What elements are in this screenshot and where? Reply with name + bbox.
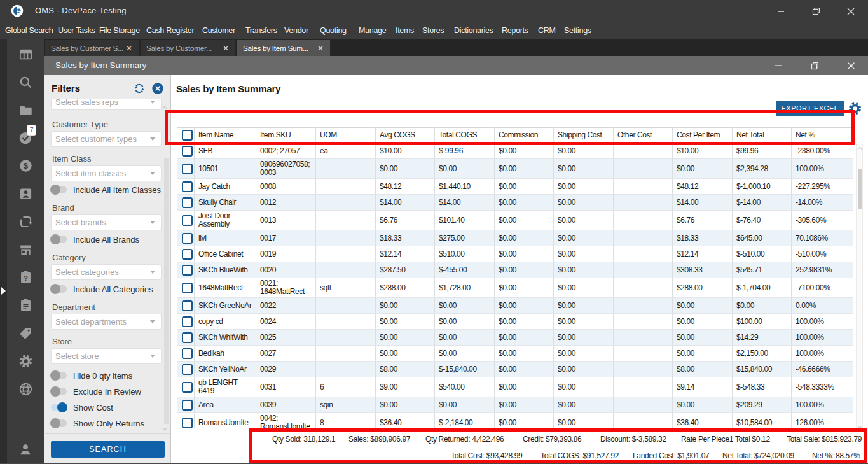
table-cell[interactable] (614, 330, 673, 346)
table-cell[interactable]: 126.00% (792, 413, 853, 428)
table-cell[interactable]: $99.96 (733, 143, 792, 159)
table-cell[interactable]: $48.12 (673, 179, 733, 195)
table-cell[interactable] (316, 179, 376, 195)
table-scrollbar[interactable] (856, 144, 863, 432)
table-cell[interactable]: -227.295% (792, 179, 853, 195)
table-cell[interactable]: sqin (316, 397, 376, 413)
sidebar-item-gear[interactable] (7, 347, 44, 375)
table-cell[interactable]: $0.00 (495, 397, 554, 413)
table-cell[interactable]: SKCh WhitWith (195, 330, 256, 346)
table-cell[interactable]: $510.00 (435, 246, 495, 262)
menu-item-customer[interactable]: Customer (202, 26, 235, 35)
table-cell[interactable] (316, 211, 376, 230)
table-cell[interactable]: $18.33 (376, 230, 435, 246)
table-cell[interactable]: 080696027058; 0003 (256, 159, 316, 179)
filter-select-select-sales-reps[interactable]: Select sales reps (51, 99, 162, 110)
filter-select-select-departments[interactable]: Select departments (51, 314, 162, 330)
table-cell[interactable]: $1,440.10 (435, 179, 495, 195)
table-cell[interactable]: Skully Chair (195, 195, 256, 211)
table-cell[interactable] (614, 179, 673, 195)
tab-close-icon[interactable]: ✕ (223, 45, 229, 52)
row-checkbox[interactable] (182, 300, 193, 311)
table-cell[interactable]: -7100.00% (792, 278, 853, 298)
table-cell[interactable]: $0.00 (554, 278, 614, 298)
table-cell[interactable]: 6 (316, 377, 376, 397)
table-cell[interactable]: $-548.33 (733, 377, 792, 397)
inner-restore-button[interactable] (801, 56, 829, 75)
table-cell[interactable] (614, 346, 673, 362)
table-cell[interactable] (614, 211, 673, 230)
row-checkbox[interactable] (182, 364, 193, 375)
table-cell[interactable]: $-1,704.00 (733, 278, 792, 298)
table-cell[interactable]: $0.00 (554, 397, 614, 413)
row-checkbox[interactable] (182, 283, 193, 293)
table-cell[interactable]: $0.00 (495, 362, 554, 377)
refresh-icon[interactable] (134, 83, 145, 94)
table-cell[interactable]: $0.00 (376, 298, 435, 314)
table-cell[interactable]: $0.00 (495, 159, 554, 179)
menu-item-stores[interactable]: Stores (422, 26, 444, 35)
table-cell[interactable]: $0.00 (376, 159, 435, 179)
toggle-include-all-brands[interactable]: Include All Brands (44, 234, 170, 244)
table-cell[interactable]: 0021; 1648MattRect (256, 278, 316, 298)
table-cell[interactable]: $-455.00 (435, 262, 495, 278)
sidebar-item-dollar[interactable]: $ (7, 152, 44, 180)
table-cell[interactable]: 0013 (256, 211, 316, 230)
sidebar-item-contact-card[interactable] (7, 180, 44, 208)
table-cell[interactable]: $8.00 (673, 362, 733, 377)
table-cell[interactable] (316, 195, 376, 211)
table-cell[interactable]: $0.00 (495, 314, 554, 330)
row-checkbox[interactable] (182, 181, 193, 192)
table-cell[interactable]: Bedikah (195, 346, 256, 362)
table-cell[interactable]: -305.60% (792, 211, 853, 230)
table-cell[interactable]: $0.00 (554, 298, 614, 314)
sidebar-item-transfer[interactable] (7, 207, 44, 236)
table-cell[interactable]: $0.00 (495, 413, 554, 428)
table-cell[interactable]: $0.00 (376, 314, 435, 330)
table-cell[interactable]: $545.71 (733, 262, 792, 278)
table-cell[interactable]: $0.00 (554, 362, 614, 377)
inner-minimize-button[interactable] (764, 56, 792, 75)
table-cell[interactable]: $0.00 (673, 298, 733, 314)
table-cell[interactable]: 0039 (256, 397, 316, 413)
table-cell[interactable]: livi (195, 230, 256, 246)
row-checkbox[interactable] (182, 316, 193, 327)
table-cell[interactable]: $0.00 (673, 397, 733, 413)
table-cell[interactable] (614, 413, 673, 428)
menu-item-reports[interactable]: Reports (502, 26, 528, 35)
filter-select-select-item-classes[interactable]: Select item classes (51, 165, 162, 181)
toggle-hide-0-qty-items[interactable]: Hide 0 qty items (44, 370, 170, 381)
table-cell[interactable]: 1648MattRect (195, 278, 256, 298)
scroll-up-icon[interactable] (162, 105, 167, 110)
table-cell[interactable]: $0.00 (495, 330, 554, 346)
table-cell[interactable]: sqft (316, 278, 376, 298)
table-cell[interactable]: $308.33 (673, 262, 733, 278)
table-cell[interactable]: $0.00 (554, 159, 614, 179)
row-checkbox[interactable] (182, 400, 193, 411)
table-cell[interactable]: $0.00 (495, 377, 554, 397)
table-cell[interactable]: $15,840.00 (733, 362, 792, 377)
table-cell[interactable]: 0019 (256, 246, 316, 262)
table-cell[interactable] (316, 246, 376, 262)
table-cell[interactable]: $0.00 (673, 346, 733, 362)
table-cell[interactable]: -2380.00% (792, 143, 853, 159)
table-cell[interactable] (614, 314, 673, 330)
menu-item-crm[interactable]: CRM (538, 26, 556, 35)
menu-item-vendor[interactable]: Vendor (284, 26, 308, 35)
table-cell[interactable]: 0027 (256, 346, 316, 362)
table-cell[interactable]: 8 (316, 413, 376, 428)
table-cell[interactable] (316, 159, 376, 179)
table-cell[interactable]: Office Cabinet (195, 246, 256, 262)
table-cell[interactable]: ea (316, 143, 376, 159)
table-cell[interactable]: 0022 (256, 298, 316, 314)
table-cell[interactable] (614, 397, 673, 413)
menu-item-transfers[interactable]: Transfers (245, 26, 277, 35)
sidebar-item-store[interactable] (7, 236, 44, 264)
window-close-button[interactable] (836, 0, 865, 22)
table-cell[interactable]: $-99.96 (435, 143, 495, 159)
sidebar-expand-arrow-icon[interactable] (1, 287, 6, 295)
table-cell[interactable]: $36.40 (673, 413, 733, 428)
table-cell[interactable]: $0.00 (435, 159, 495, 179)
table-cell[interactable]: $0.00 (554, 230, 614, 246)
menu-item-manage[interactable]: Manage (359, 26, 386, 35)
